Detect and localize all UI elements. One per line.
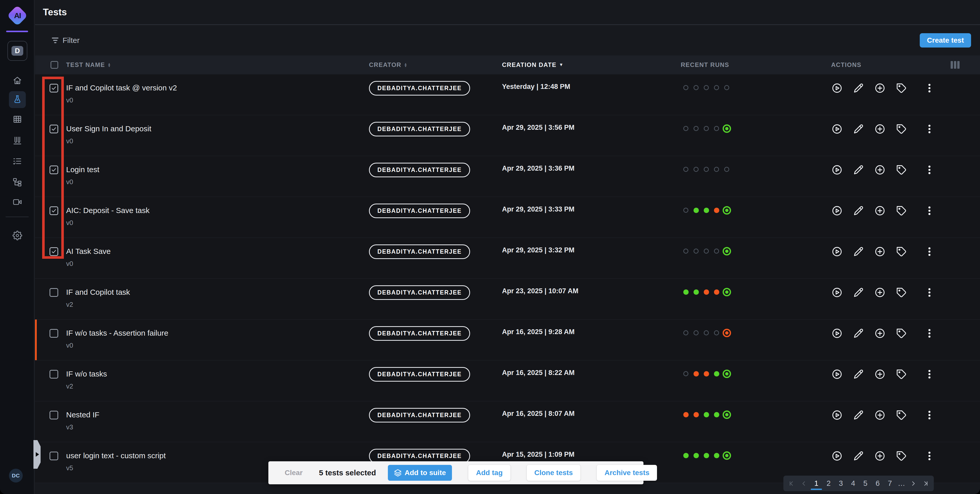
run-status-dot-empty[interactable] (683, 167, 689, 172)
add-to-suite-button[interactable]: Add to suite (388, 465, 452, 481)
row-checkbox[interactable] (49, 206, 58, 215)
add-to-suite-row-button[interactable] (874, 246, 886, 257)
test-name[interactable]: IF and Copilot task (66, 288, 130, 296)
sidebar-item-home[interactable] (0, 76, 35, 85)
test-name[interactable]: Login test (66, 165, 99, 174)
add-to-suite-row-button[interactable] (874, 83, 886, 94)
test-name[interactable]: IF w/o tasks - Assertion failure (66, 329, 168, 338)
pagination-first-button[interactable] (786, 476, 797, 491)
run-status-dot-fail[interactable] (694, 371, 699, 376)
run-status-dot-empty[interactable] (683, 208, 689, 213)
run-status-dot-fail[interactable] (704, 289, 709, 295)
pagination-page-5[interactable]: 5 (860, 476, 871, 491)
test-name[interactable]: AI Task Save (66, 247, 111, 256)
row-checkbox[interactable] (49, 84, 58, 92)
filter-button[interactable]: Filter (50, 36, 81, 45)
run-status-dot-empty[interactable] (683, 371, 689, 376)
more-options-button[interactable] (924, 287, 935, 298)
sidebar-expand-handle[interactable] (33, 440, 41, 469)
run-status-dot-latest_pass[interactable] (722, 247, 731, 255)
add-to-suite-row-button[interactable] (874, 123, 886, 135)
run-test-button[interactable] (831, 205, 843, 216)
run-status-dot-empty[interactable] (694, 249, 698, 253)
run-status-dot-empty[interactable] (683, 85, 689, 90)
run-status-dot-empty[interactable] (724, 167, 729, 172)
add-to-suite-row-button[interactable] (874, 368, 886, 380)
edit-test-button[interactable] (853, 450, 864, 462)
sidebar-item-settings[interactable] (0, 231, 35, 241)
run-status-dot-empty[interactable] (694, 126, 698, 131)
row-checkbox[interactable] (49, 125, 58, 133)
more-options-button[interactable] (924, 368, 935, 380)
more-options-button[interactable] (924, 450, 935, 462)
run-status-dot-latest_fail[interactable] (722, 329, 731, 337)
run-test-button[interactable] (831, 450, 843, 462)
more-options-button[interactable] (924, 410, 935, 421)
edit-test-button[interactable] (853, 287, 864, 298)
more-options-button[interactable] (924, 83, 935, 94)
pagination-page-4[interactable]: 4 (848, 476, 859, 491)
run-status-dot-pass[interactable] (714, 412, 719, 418)
sidebar-item-plans[interactable] (0, 156, 35, 166)
table-row[interactable]: User Sign In and Deposit v0 DEBADITYA.CH… (35, 115, 980, 156)
run-test-button[interactable] (831, 246, 843, 257)
more-options-button[interactable] (924, 205, 935, 216)
run-status-dot-empty[interactable] (704, 330, 709, 335)
test-name[interactable]: IF w/o tasks (66, 370, 107, 378)
add-to-suite-row-button[interactable] (874, 205, 886, 216)
more-options-button[interactable] (924, 164, 935, 175)
tag-test-button[interactable] (896, 83, 907, 94)
table-row[interactable]: AI Task Save v0 DEBADITYA.CHATTERJEE Apr… (35, 238, 980, 279)
run-status-dot-pass[interactable] (714, 371, 719, 376)
test-name[interactable]: AIC: Deposit - Save task (66, 206, 150, 215)
more-options-button[interactable] (924, 328, 935, 339)
run-status-dot-pass[interactable] (704, 208, 709, 213)
edit-test-button[interactable] (853, 83, 864, 94)
pagination-page-6[interactable]: 6 (872, 476, 883, 491)
edit-test-button[interactable] (853, 368, 864, 380)
add-to-suite-row-button[interactable] (874, 328, 886, 339)
run-status-dot-latest_pass[interactable] (722, 451, 731, 460)
run-status-dot-fail[interactable] (704, 371, 709, 376)
table-row[interactable]: IF w/o tasks v2 DEBADITYA.CHATTERJEE Apr… (35, 360, 980, 401)
test-name[interactable]: IF and Copilot task @ version v2 (66, 83, 177, 92)
table-row[interactable]: Login test v0 DEBADITYA.CHATTERJEE Apr 2… (35, 156, 980, 197)
column-header-test-name[interactable]: TEST NAME ▲▼ (64, 61, 367, 69)
pagination-page-7[interactable]: 7 (885, 476, 895, 491)
run-status-dot-empty[interactable] (683, 126, 689, 131)
pagination-next-button[interactable] (908, 476, 918, 491)
run-status-dot-empty[interactable] (714, 85, 719, 90)
row-checkbox[interactable] (49, 411, 58, 419)
run-status-dot-pass[interactable] (694, 453, 699, 458)
add-to-suite-row-button[interactable] (874, 450, 886, 462)
run-status-dot-empty[interactable] (704, 167, 709, 172)
run-test-button[interactable] (831, 410, 843, 421)
run-status-dot-empty[interactable] (714, 330, 719, 335)
sidebar-item-results[interactable] (0, 115, 35, 124)
edit-test-button[interactable] (853, 328, 864, 339)
run-status-dot-empty[interactable] (714, 126, 719, 131)
pagination-last-button[interactable] (920, 476, 931, 491)
run-status-dot-latest_pass[interactable] (722, 124, 731, 133)
run-test-button[interactable] (831, 123, 843, 135)
tag-test-button[interactable] (896, 164, 907, 175)
clone-tests-button[interactable]: Clone tests (527, 465, 581, 481)
run-status-dot-pass[interactable] (694, 208, 699, 213)
add-to-suite-row-button[interactable] (874, 410, 886, 421)
run-status-dot-latest_pass[interactable] (722, 411, 731, 419)
run-status-dot-pass[interactable] (704, 412, 709, 418)
row-checkbox[interactable] (49, 452, 58, 460)
add-to-suite-row-button[interactable] (874, 287, 886, 298)
run-status-dot-latest_pass[interactable] (722, 206, 731, 215)
select-all-checkbox[interactable] (51, 61, 58, 69)
run-status-dot-latest_pass[interactable] (722, 288, 731, 296)
run-status-dot-fail[interactable] (694, 412, 699, 418)
run-status-dot-fail[interactable] (714, 289, 719, 295)
run-status-dot-empty[interactable] (694, 167, 698, 172)
column-header-creator[interactable]: CREATOR ▲▼ (367, 61, 502, 69)
table-row[interactable]: IF w/o tasks - Assertion failure v0 DEBA… (35, 320, 980, 360)
run-status-dot-empty[interactable] (683, 249, 689, 253)
test-name[interactable]: User Sign In and Deposit (66, 124, 151, 133)
run-status-dot-empty[interactable] (724, 85, 729, 90)
row-checkbox[interactable] (49, 329, 58, 338)
